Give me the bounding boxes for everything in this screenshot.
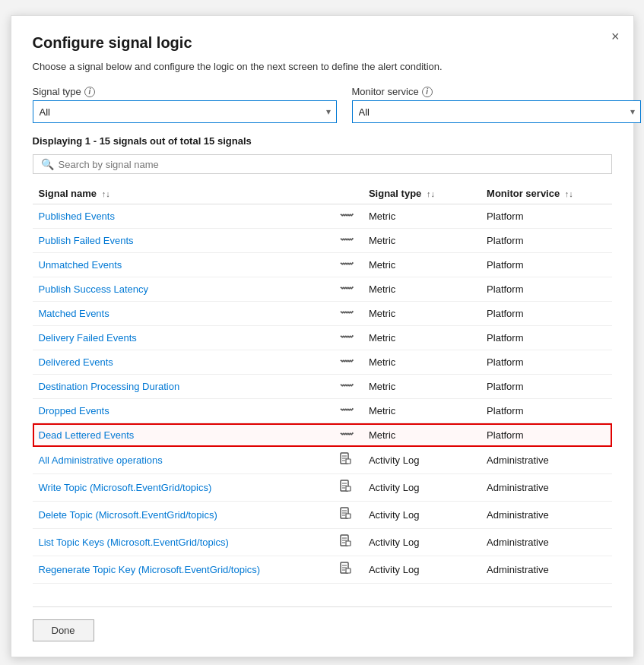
signal-type-info-icon: i bbox=[84, 87, 95, 97]
signal-name-link[interactable]: Destination Processing Duration bbox=[39, 381, 180, 392]
metric-icon bbox=[340, 356, 354, 366]
metric-icon bbox=[340, 331, 354, 342]
svg-rect-4 bbox=[346, 459, 351, 464]
table-row[interactable]: Regenerate Topic Key (Microsoft.EventGri… bbox=[33, 556, 612, 584]
activity-log-icon bbox=[340, 534, 352, 548]
monitor-service-cell: Platform bbox=[481, 350, 611, 375]
monitor-service-cell: Platform bbox=[481, 229, 611, 253]
monitor-service-cell: Administrative bbox=[481, 502, 611, 529]
table-row[interactable]: Matched EventsMetricPlatform bbox=[33, 302, 612, 326]
monitor-service-cell: Platform bbox=[481, 399, 611, 423]
monitor-service-cell: Platform bbox=[481, 423, 611, 448]
signal-type-cell: Activity Log bbox=[363, 556, 481, 584]
close-button[interactable]: × bbox=[611, 30, 620, 43]
metric-icon bbox=[340, 283, 354, 293]
signal-name-link[interactable]: Regenerate Topic Key (Microsoft.EventGri… bbox=[39, 564, 261, 575]
signal-name-link[interactable]: List Topic Keys (Microsoft.EventGrid/top… bbox=[39, 537, 229, 548]
table-row[interactable]: Delivery Failed EventsMetricPlatform bbox=[33, 326, 612, 350]
signal-type-wrapper: All bbox=[33, 100, 337, 123]
signal-type-cell: Activity Log bbox=[363, 502, 481, 529]
col-header-icon bbox=[334, 183, 363, 204]
dialog-subtitle: Choose a signal below and configure the … bbox=[33, 61, 612, 72]
signal-name-link[interactable]: Write Topic (Microsoft.EventGrid/topics) bbox=[39, 482, 212, 493]
search-icon: 🔍 bbox=[41, 158, 54, 170]
metric-icon bbox=[340, 258, 354, 269]
activity-log-icon bbox=[340, 562, 352, 575]
signal-type-cell: Activity Log bbox=[363, 529, 481, 556]
monitor-service-cell: Platform bbox=[481, 204, 611, 229]
svg-rect-24 bbox=[346, 568, 351, 573]
monitor-service-cell: Administrative bbox=[481, 474, 611, 502]
signal-name-link[interactable]: Publish Failed Events bbox=[39, 235, 134, 246]
signal-name-link[interactable]: Publish Success Latency bbox=[39, 283, 149, 295]
col-header-signal-name: Signal name ↑↓ bbox=[33, 183, 334, 204]
metric-icon bbox=[340, 234, 354, 245]
signal-name-link[interactable]: Dropped Events bbox=[39, 405, 109, 416]
dropdowns-row: Signal type i All Monitor service i All bbox=[33, 86, 612, 123]
table-row[interactable]: Unmatched EventsMetricPlatform bbox=[33, 253, 612, 277]
activity-log-icon bbox=[340, 452, 352, 466]
signal-type-cell: Metric bbox=[363, 253, 481, 277]
dialog-title: Configure signal logic bbox=[33, 34, 612, 52]
monitor-service-wrapper: All bbox=[352, 100, 641, 123]
configure-signal-dialog: Configure signal logic × Choose a signal… bbox=[11, 15, 634, 657]
metric-icon bbox=[340, 307, 354, 318]
signal-name-link[interactable]: Matched Events bbox=[39, 308, 109, 319]
signal-name-link[interactable]: Delete Topic (Microsoft.EventGrid/topics… bbox=[39, 509, 217, 521]
signal-type-cell: Metric bbox=[363, 350, 481, 375]
signal-type-label: Signal type i bbox=[33, 86, 337, 97]
signal-name-link[interactable]: Published Events bbox=[39, 211, 115, 222]
signal-type-cell: Metric bbox=[363, 423, 481, 448]
signal-type-select[interactable]: All bbox=[33, 100, 337, 123]
sort-signal-type-icon[interactable]: ↑↓ bbox=[427, 189, 435, 198]
table-header-row: Signal name ↑↓ Signal type ↑↓ Monitor se… bbox=[33, 183, 612, 204]
col-header-monitor-service: Monitor service ↑↓ bbox=[481, 183, 611, 204]
monitor-service-cell: Administrative bbox=[481, 447, 611, 474]
metric-icon bbox=[340, 380, 354, 391]
metric-icon bbox=[340, 429, 354, 439]
signal-type-cell: Metric bbox=[363, 302, 481, 326]
table-row[interactable]: List Topic Keys (Microsoft.EventGrid/top… bbox=[33, 529, 612, 556]
table-row[interactable]: Dead Lettered EventsMetricPlatform bbox=[33, 423, 612, 448]
search-input[interactable] bbox=[59, 159, 604, 170]
signal-name-link[interactable]: Unmatched Events bbox=[39, 259, 122, 271]
table-row[interactable]: Delivered EventsMetricPlatform bbox=[33, 350, 612, 375]
signal-type-cell: Activity Log bbox=[363, 474, 481, 502]
monitor-service-label: Monitor service i bbox=[352, 86, 641, 97]
search-box: 🔍 bbox=[33, 154, 612, 174]
table-row[interactable]: Dropped EventsMetricPlatform bbox=[33, 399, 612, 423]
monitor-service-cell: Platform bbox=[481, 253, 611, 277]
monitor-service-cell: Platform bbox=[481, 326, 611, 350]
signal-name-link[interactable]: Delivered Events bbox=[39, 356, 113, 368]
monitor-service-cell: Administrative bbox=[481, 556, 611, 584]
monitor-service-select[interactable]: All bbox=[352, 100, 641, 123]
signal-type-cell: Activity Log bbox=[363, 447, 481, 474]
dialog-footer: Done bbox=[33, 606, 612, 641]
table-row[interactable]: Destination Processing DurationMetricPla… bbox=[33, 375, 612, 399]
activity-log-icon bbox=[340, 480, 352, 493]
signal-name-link[interactable]: Delivery Failed Events bbox=[39, 332, 137, 344]
signal-type-cell: Metric bbox=[363, 326, 481, 350]
signal-name-link[interactable]: Dead Lettered Events bbox=[39, 429, 135, 441]
monitor-service-group: Monitor service i All bbox=[352, 86, 641, 123]
monitor-service-cell: Platform bbox=[481, 277, 611, 302]
table-row[interactable]: Delete Topic (Microsoft.EventGrid/topics… bbox=[33, 502, 612, 529]
svg-rect-14 bbox=[346, 514, 351, 518]
signals-table: Signal name ↑↓ Signal type ↑↓ Monitor se… bbox=[33, 183, 612, 584]
sort-monitor-service-icon[interactable]: ↑↓ bbox=[565, 189, 573, 198]
signal-type-group: Signal type i All bbox=[33, 86, 337, 123]
activity-log-icon bbox=[340, 507, 352, 521]
signal-type-cell: Metric bbox=[363, 277, 481, 302]
table-row[interactable]: Publish Failed EventsMetricPlatform bbox=[33, 229, 612, 253]
signal-name-link[interactable]: All Administrative operations bbox=[39, 454, 163, 466]
done-button[interactable]: Done bbox=[33, 619, 94, 641]
table-row[interactable]: All Administrative operationsActivity Lo… bbox=[33, 447, 612, 474]
table-row[interactable]: Publish Success LatencyMetricPlatform bbox=[33, 277, 612, 302]
monitor-service-cell: Administrative bbox=[481, 529, 611, 556]
monitor-service-info-icon: i bbox=[422, 87, 433, 97]
signal-type-cell: Metric bbox=[363, 399, 481, 423]
table-row[interactable]: Write Topic (Microsoft.EventGrid/topics)… bbox=[33, 474, 612, 502]
table-row[interactable]: Published EventsMetricPlatform bbox=[33, 204, 612, 229]
sort-signal-name-icon[interactable]: ↑↓ bbox=[102, 189, 110, 198]
display-count: Displaying 1 - 15 signals out of total 1… bbox=[33, 135, 612, 147]
